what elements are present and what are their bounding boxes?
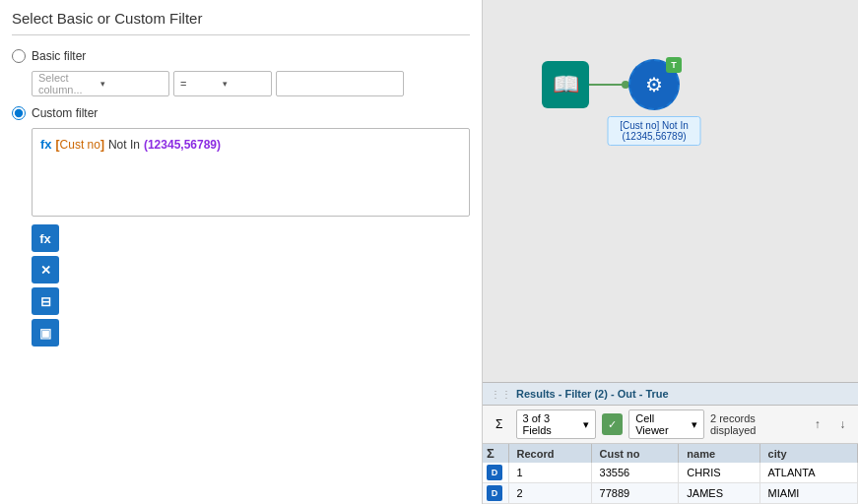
cell-viewer-dropdown-icon: ▾ <box>692 418 697 431</box>
header-custno: Cust no <box>591 444 679 463</box>
expr-operator: Not In <box>108 138 140 152</box>
node-diagram: 📖 ⚙ T [Cust no] Not In(12345,56789) <box>542 59 680 110</box>
up-arrow-icon: ↑ <box>815 417 821 431</box>
filter-icon: ⚙ <box>645 73 663 96</box>
custom-filter-section: fx [Cust no] Not In (12345,56789) fx ✕ ⊟ <box>32 128 470 346</box>
cell-custno-1: 33556 <box>591 463 679 483</box>
expr-close-bracket: ] <box>100 138 104 152</box>
cell-name-2: JAMES <box>679 483 759 504</box>
table-header: Σ Record Cust no name city <box>483 444 858 463</box>
cell-name-1: CHRIS <box>679 463 759 483</box>
source-node[interactable]: 📖 <box>542 61 589 108</box>
formula-icon: fx <box>39 231 51 246</box>
canvas-area: 📖 ⚙ T [Cust no] Not In(12345,56789) <box>483 0 858 382</box>
save-filter-button[interactable]: ▣ <box>32 319 59 346</box>
clear-button[interactable]: ✕ <box>32 256 59 284</box>
row-type-icon-1: D <box>487 465 502 480</box>
fields-button[interactable]: 3 of 3 Fields ▾ <box>516 410 596 439</box>
operator-value: = <box>180 78 223 90</box>
results-panel: ⋮⋮ Results - Filter (2) - Out - True Σ 3… <box>483 382 858 504</box>
sigma-icon: Σ <box>495 417 502 431</box>
remove-icon: ⊟ <box>40 294 51 309</box>
check-icon: ✓ <box>608 418 617 431</box>
cell-city-2: MIAMI <box>759 483 857 504</box>
right-panel: 📖 ⚙ T [Cust no] Not In(12345,56789) ⋮⋮ <box>483 0 858 504</box>
results-toolbar: Σ 3 of 3 Fields ▾ ✓ Cell Viewer ▾ 2 reco… <box>483 406 858 444</box>
expr-value: (12345,56789) <box>144 138 221 152</box>
header-city: city <box>759 444 857 463</box>
records-count: 2 records displayed <box>710 412 802 436</box>
remove-button[interactable]: ⊟ <box>32 287 59 315</box>
connector-line <box>589 84 628 86</box>
filter-expression: fx [Cust no] Not In (12345,56789) <box>40 137 461 152</box>
cell-viewer-button[interactable]: Cell Viewer ▾ <box>628 410 704 439</box>
custom-filter-row: Custom filter <box>12 106 470 120</box>
down-arrow-icon: ↓ <box>839 417 845 431</box>
fx-icon: fx <box>40 137 52 152</box>
basic-filter-controls: Select column... ▾ = ▾ <box>32 71 470 96</box>
header-icon-cell: Σ <box>483 444 508 463</box>
check-button[interactable]: ✓ <box>602 413 624 435</box>
left-panel: Select Basic or Custom Filter Basic filt… <box>0 0 483 504</box>
table-body: D 1 33556 CHRIS ATLANTA D <box>483 463 858 504</box>
cell-record-1: 1 <box>508 463 591 483</box>
custom-filter-label: Custom filter <box>32 106 98 120</box>
filter-node-wrapper: ⚙ T [Cust no] Not In(12345,56789) <box>628 59 680 110</box>
table-row: D 1 33556 CHRIS ATLANTA <box>483 463 858 483</box>
formula-button[interactable]: fx <box>32 224 59 252</box>
results-table: Σ Record Cust no name city <box>483 444 858 504</box>
operator-chevron: ▾ <box>223 79 265 89</box>
scroll-down-button[interactable]: ↓ <box>833 414 853 434</box>
basic-filter-row: Basic filter <box>12 49 470 63</box>
row-type-icon-2: D <box>487 485 502 501</box>
custom-filter-radio[interactable] <box>12 106 26 120</box>
column-select[interactable]: Select column... ▾ <box>32 71 169 96</box>
table-header-sigma: Σ <box>487 446 495 461</box>
cell-record-2: 2 <box>508 483 591 504</box>
true-badge: T <box>666 57 682 73</box>
column-select-placeholder: Select column... <box>38 72 100 95</box>
table-row: D 2 77889 JAMES MIAMI <box>483 483 858 504</box>
basic-filter-radio[interactable] <box>12 49 26 63</box>
filter-node[interactable]: ⚙ T <box>628 59 680 110</box>
panel-title: Select Basic or Custom Filter <box>12 10 470 35</box>
scroll-up-button[interactable]: ↑ <box>808 414 827 434</box>
custom-filter-editor[interactable]: fx [Cust no] Not In (12345,56789) <box>32 128 470 217</box>
radio-group: Basic filter Select column... ▾ = ▾ Cust… <box>12 49 470 346</box>
results-title: Results - Filter (2) - Out - True <box>516 388 669 400</box>
clear-icon: ✕ <box>40 263 51 278</box>
cell-custno-2: 77889 <box>591 483 679 504</box>
value-input[interactable] <box>276 71 404 96</box>
basic-filter-label: Basic filter <box>32 49 86 63</box>
drag-dots: ⋮⋮ <box>491 389 512 400</box>
book-icon: 📖 <box>553 72 579 97</box>
sigma-button[interactable]: Σ <box>489 413 510 435</box>
header-record: Record <box>508 444 591 463</box>
row-icon-cell-2: D <box>483 483 508 504</box>
row-icon-cell-1: D <box>483 463 508 483</box>
main-layout: Select Basic or Custom Filter Basic filt… <box>0 0 858 504</box>
expr-field: Cust no <box>60 138 100 152</box>
custom-buttons: fx ✕ ⊟ ▣ <box>32 224 470 346</box>
results-header: ⋮⋮ Results - Filter (2) - Out - True <box>483 383 858 406</box>
column-select-chevron: ▾ <box>100 79 163 89</box>
filter-node-label: [Cust no] Not In(12345,56789) <box>608 116 701 146</box>
cell-viewer-label: Cell Viewer <box>635 412 689 436</box>
cell-city-1: ATLANTA <box>759 463 857 483</box>
operator-select[interactable]: = ▾ <box>173 71 272 96</box>
fields-label: 3 of 3 Fields <box>523 412 580 436</box>
fields-dropdown-icon: ▾ <box>583 418 589 431</box>
save-icon: ▣ <box>39 326 51 341</box>
header-name: name <box>679 444 759 463</box>
